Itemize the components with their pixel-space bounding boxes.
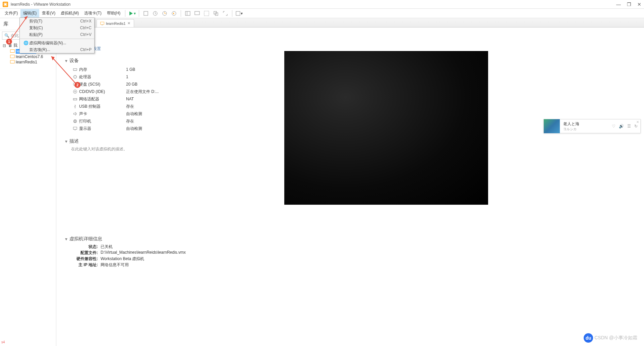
svg-point-33 xyxy=(73,90,77,94)
title-bar: learnRedis - VMware Workstation — ❐ ✕ xyxy=(0,0,644,9)
close-music-icon[interactable]: ✕ xyxy=(636,120,639,124)
window-title: learnRedis - VMware Workstation xyxy=(11,2,616,7)
snapshot-manage-icon[interactable] xyxy=(160,9,169,17)
menu-help[interactable]: 帮助(H) xyxy=(104,9,123,17)
svg-rect-22 xyxy=(73,68,77,70)
sound-icon xyxy=(71,111,79,116)
album-art-icon xyxy=(544,119,560,133)
menu-preferences[interactable]: 首选项(R)...Ctrl+P xyxy=(20,46,94,53)
vm-preview-thumbnail[interactable] xyxy=(284,51,488,205)
detail-row: 主 IP 地址:网络信息不可用 xyxy=(71,262,635,268)
svg-rect-35 xyxy=(73,98,77,100)
close-button[interactable]: ✕ xyxy=(637,2,641,7)
vm-title: is xyxy=(65,33,635,43)
svg-rect-2 xyxy=(144,11,148,15)
menu-virtual-network-editor[interactable]: 🌐虚拟网络编辑器(N)... xyxy=(20,40,94,46)
music-player-popup[interactable]: 老人と海 ヨルシカ ♡ 🔊 ☰ ↻ ✕ xyxy=(543,119,641,133)
cd-icon xyxy=(71,89,79,94)
edit-menu-dropdown: 剪切(T)Ctrl+X 复制(C)Ctrl+C 粘贴(P)Ctrl+V 🌐虚拟网… xyxy=(19,17,95,53)
tree-item-learnredis1[interactable]: learnRedis1 xyxy=(1,59,55,65)
footer-marker: s4 xyxy=(1,340,5,344)
usb-icon xyxy=(71,104,79,109)
detail-row: 硬件兼容性:Workstation Beta 虚拟机 xyxy=(71,256,635,262)
globe-icon: 🌐 xyxy=(22,41,29,45)
svg-point-34 xyxy=(74,91,76,92)
minimize-button[interactable]: — xyxy=(616,2,621,7)
app-logo-icon xyxy=(3,2,8,7)
svg-rect-18 xyxy=(10,55,14,58)
svg-rect-20 xyxy=(101,22,104,24)
vm-icon xyxy=(100,21,104,26)
svg-rect-26 xyxy=(74,76,76,78)
menu-view[interactable]: 查看(V) xyxy=(39,9,58,17)
music-title: 老人と海 xyxy=(563,121,608,127)
svg-rect-39 xyxy=(74,120,76,121)
detail-row: 配置文件:D:\Virtual_Machines\learnReids\lear… xyxy=(71,250,635,256)
detail-row: 状态:已关机 xyxy=(71,244,635,250)
heart-icon[interactable]: ♡ xyxy=(612,124,616,129)
library-sidebar: 库✕ 🔍 在此 ⊟🖥我 learnRedislearnCentos7.6lear… xyxy=(0,18,56,346)
maximize-button[interactable]: ❐ xyxy=(627,2,631,7)
volume-icon[interactable]: 🔊 xyxy=(619,124,624,129)
display-icon xyxy=(71,126,79,131)
svg-point-36 xyxy=(74,99,75,100)
view-sidebar-icon[interactable] xyxy=(183,9,192,17)
music-artist: ヨルシカ xyxy=(563,127,608,132)
snapshot-icon[interactable] xyxy=(151,9,160,17)
menu-paste[interactable]: 粘贴(P)Ctrl+V xyxy=(20,31,94,38)
tree-item-learncentos7.6[interactable]: learnCentos7.6 xyxy=(1,54,55,59)
details-section[interactable]: ▾虚拟机详细信息 xyxy=(65,236,635,242)
power-on-button[interactable]: ▾ xyxy=(127,9,137,17)
svg-rect-1 xyxy=(4,3,6,5)
svg-rect-41 xyxy=(73,127,77,130)
menu-cut[interactable]: 剪切(T)Ctrl+X xyxy=(20,18,94,24)
tab-strip: learnRedis1 ✕ xyxy=(56,18,644,28)
baidu-logo-icon: du xyxy=(584,333,593,343)
annotation-badge-2: 2 xyxy=(74,82,80,88)
vm-icon xyxy=(10,54,15,59)
memory-icon xyxy=(71,67,79,72)
svg-rect-19 xyxy=(10,60,14,63)
svg-point-37 xyxy=(76,99,76,100)
svg-rect-17 xyxy=(10,50,14,53)
watermark: du CSDN @小事冷如霜 xyxy=(584,333,637,343)
menu-vm[interactable]: 虚拟机(M) xyxy=(58,9,81,17)
playlist-icon[interactable]: ☰ xyxy=(627,124,631,129)
close-tab-icon[interactable]: ✕ xyxy=(127,21,130,26)
network-icon xyxy=(71,97,79,101)
view-cycle-icon[interactable]: ▾ xyxy=(234,9,244,17)
menu-edit[interactable]: 编辑(E) xyxy=(20,9,39,17)
view-console-icon[interactable] xyxy=(192,9,202,17)
menu-bar: 文件(F) 编辑(E) 查看(V) 虚拟机(M) 选项卡(T) 帮助(H) ▾ … xyxy=(0,9,644,18)
svg-rect-6 xyxy=(185,11,190,15)
printer-icon xyxy=(71,119,79,123)
svg-rect-8 xyxy=(195,11,199,15)
vm-icon xyxy=(10,60,15,64)
menu-copy[interactable]: 复制(C)Ctrl+C xyxy=(20,24,94,31)
suspend-icon[interactable] xyxy=(141,9,151,17)
snapshot-revert-icon[interactable] xyxy=(169,9,179,17)
view-stretch-icon[interactable] xyxy=(202,9,211,17)
menu-tabs[interactable]: 选项卡(T) xyxy=(81,9,104,17)
svg-rect-12 xyxy=(236,11,240,15)
content-area: learnRedis1 ✕ is ⧉编辑虚拟机设置 ▾设备 内存1 GB处理器1… xyxy=(56,18,644,346)
svg-rect-9 xyxy=(204,11,209,16)
menu-file[interactable]: 文件(F) xyxy=(2,9,20,17)
view-fullscreen-icon[interactable] xyxy=(221,9,230,17)
view-unity-icon[interactable] xyxy=(211,9,221,17)
vm-icon xyxy=(10,49,15,54)
annotation-badge-1: 1 xyxy=(6,39,12,45)
cpu-icon xyxy=(71,75,79,79)
repeat-icon[interactable]: ↻ xyxy=(634,124,638,129)
tab-learnredis1[interactable]: learnRedis1 ✕ xyxy=(97,19,134,27)
